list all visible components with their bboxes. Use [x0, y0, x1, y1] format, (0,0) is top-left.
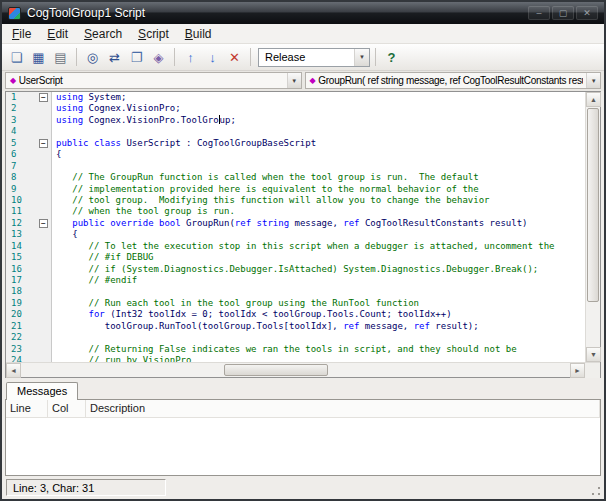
scroll-down-icon[interactable]: ▼: [586, 347, 601, 362]
messages-list-header: LineColDescription: [6, 400, 600, 418]
fold-margin: [36, 332, 51, 343]
copy-icon[interactable]: ❐: [126, 47, 147, 68]
vertical-scrollbar[interactable]: ▲ ▼: [585, 92, 600, 362]
messages-list[interactable]: LineColDescription: [5, 399, 601, 476]
chevron-down-icon[interactable]: ▼: [586, 73, 600, 88]
line-number: 5: [6, 138, 36, 149]
line-number: 13: [6, 229, 36, 240]
line-number: 9: [6, 184, 36, 195]
tab-messages[interactable]: Messages: [6, 382, 78, 400]
code-line[interactable]: 13 {: [6, 229, 585, 240]
new-file-icon[interactable]: ❏: [6, 47, 27, 68]
menu-script[interactable]: Script: [130, 25, 177, 43]
code-line[interactable]: 4: [6, 126, 585, 137]
vertical-scrollbar-thumb[interactable]: [587, 108, 599, 302]
column-header-col[interactable]: Col: [48, 400, 86, 417]
code-line[interactable]: 23 // Returning False indicates we ran t…: [6, 344, 585, 355]
menu-search[interactable]: Search: [76, 25, 130, 43]
minimize-button[interactable]: –: [528, 6, 550, 20]
line-number: 3: [6, 115, 36, 126]
code-line[interactable]: 22: [6, 332, 585, 343]
code-line[interactable]: 21 toolGroup.RunTool(toolGroup.Tools[too…: [6, 321, 585, 332]
fold-margin: [36, 286, 51, 297]
resize-grip-icon[interactable]: [590, 485, 602, 497]
menu-bar: FileEditSearchScriptBuild: [2, 24, 604, 44]
fold-margin[interactable]: −: [36, 92, 51, 103]
help-icon[interactable]: ?: [381, 47, 402, 68]
fold-collapse-icon[interactable]: −: [39, 139, 48, 148]
chevron-down-icon[interactable]: ▼: [287, 73, 301, 88]
menu-edit[interactable]: Edit: [39, 25, 76, 43]
code-line[interactable]: 8 // The GroupRun function is called whe…: [6, 172, 585, 183]
horizontal-scrollbar-thumb[interactable]: [224, 364, 328, 376]
code-area[interactable]: 1−using System;2using Cognex.VisionPro;3…: [6, 92, 585, 362]
scroll-right-icon[interactable]: ►: [570, 363, 585, 378]
object-dropdown-value: UserScript: [19, 75, 284, 86]
title-bar[interactable]: CogToolGroup1 Script – ▢ ✕: [2, 2, 604, 24]
fold-margin: [36, 298, 51, 309]
fold-margin[interactable]: −: [36, 218, 51, 229]
code-line[interactable]: 24 // run by VisionPro: [6, 355, 585, 362]
maximize-button[interactable]: ▢: [552, 6, 574, 20]
code-line[interactable]: 16 // if (System.Diagnostics.Debugger.Is…: [6, 264, 585, 275]
code-line[interactable]: 1−using System;: [6, 92, 585, 103]
menu-build[interactable]: Build: [177, 25, 220, 43]
code-line[interactable]: 2using Cognex.VisionPro;: [6, 103, 585, 114]
line-number: 22: [6, 332, 36, 343]
code-line[interactable]: 10 // tool group. Modifying this functio…: [6, 195, 585, 206]
line-number: 11: [6, 206, 36, 217]
code-line[interactable]: 12− public override bool GroupRun(ref st…: [6, 218, 585, 229]
line-number: 20: [6, 309, 36, 320]
code-line[interactable]: 15 // #if DEBUG: [6, 252, 585, 263]
line-number: 10: [6, 195, 36, 206]
code-line[interactable]: 3using Cognex.VisionPro.ToolGroup;: [6, 115, 585, 126]
code-line[interactable]: 6{: [6, 149, 585, 160]
messages-list-body[interactable]: [6, 418, 600, 475]
fold-margin: [36, 184, 51, 195]
code-line[interactable]: 5−public class UserScript : CogToolGroup…: [6, 138, 585, 149]
close-button[interactable]: ✕: [576, 6, 598, 20]
delete-icon[interactable]: ✕: [224, 47, 245, 68]
line-number: 14: [6, 241, 36, 252]
chevron-down-icon[interactable]: ▼: [354, 49, 369, 66]
member-icon: ◆: [10, 76, 16, 85]
navigate-down-icon[interactable]: ↓: [202, 47, 223, 68]
column-header-line[interactable]: Line: [6, 400, 48, 417]
app-icon: [8, 7, 21, 20]
code-line[interactable]: 17 // #endif: [6, 275, 585, 286]
column-header-description[interactable]: Description: [86, 400, 600, 417]
fold-margin: [36, 103, 51, 114]
fold-collapse-icon[interactable]: −: [39, 219, 48, 228]
window: CogToolGroup1 Script – ▢ ✕ FileEditSearc…: [0, 0, 606, 501]
line-number: 6: [6, 149, 36, 160]
fold-margin: [36, 344, 51, 355]
code-line[interactable]: 7: [6, 161, 585, 172]
code-line[interactable]: 14 // To let the execution stop in this …: [6, 241, 585, 252]
code-line[interactable]: 11 // when the tool group is run.: [6, 206, 585, 217]
code-line[interactable]: 19 // Run each tool in the tool group us…: [6, 298, 585, 309]
scroll-up-icon[interactable]: ▲: [586, 92, 601, 107]
find-icon[interactable]: ◎: [82, 47, 103, 68]
object-dropdown[interactable]: ◆ UserScript ▼: [5, 72, 302, 89]
print-icon[interactable]: ▤: [50, 47, 71, 68]
horizontal-scrollbar[interactable]: [21, 363, 570, 377]
script-editor: 1−using System;2using Cognex.VisionPro;3…: [5, 91, 601, 378]
code-line[interactable]: 20 for (Int32 toolIdx = 0; toolIdx < too…: [6, 309, 585, 320]
menu-file[interactable]: File: [4, 25, 39, 43]
line-number: 18: [6, 286, 36, 297]
code-line[interactable]: 9 // implementation provided here is equ…: [6, 184, 585, 195]
configuration-value: Release: [265, 51, 305, 63]
save-icon[interactable]: ▦: [28, 47, 49, 68]
fold-collapse-icon[interactable]: −: [39, 93, 48, 102]
member-dropdown[interactable]: ◆ GroupRun( ref string message, ref CogT…: [305, 72, 602, 89]
code-line[interactable]: 18: [6, 286, 585, 297]
configuration-combobox[interactable]: Release ▼: [258, 48, 370, 67]
caret-position-status: Line: 3, Char: 31: [6, 479, 166, 496]
bookmark-icon[interactable]: ◈: [148, 47, 169, 68]
line-number: 12: [6, 218, 36, 229]
navigate-up-icon[interactable]: ↑: [180, 47, 201, 68]
scroll-left-icon[interactable]: ◄: [6, 363, 21, 378]
replace-icon[interactable]: ⇄: [104, 47, 125, 68]
fold-margin[interactable]: −: [36, 138, 51, 149]
line-number: 4: [6, 126, 36, 137]
